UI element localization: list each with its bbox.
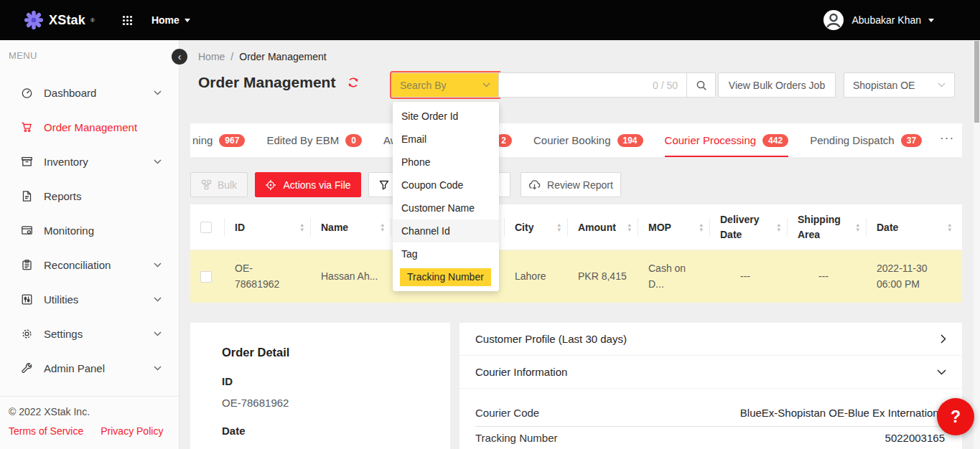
sort-icon: ▴▾: [851, 222, 859, 232]
chevron-down-icon: [938, 82, 946, 88]
review-report-button[interactable]: Review Report: [521, 172, 621, 197]
courier-code-value: BlueEx-Shopistan OE-Blue Ex Internationa: [740, 407, 945, 419]
sidebar-item-monitoring[interactable]: Monitoring: [0, 213, 179, 247]
dropdown-option-site-order-id[interactable]: Site Order Id: [393, 105, 499, 128]
dropdown-option-customer-name[interactable]: Customer Name: [393, 197, 499, 219]
breadcrumb-home[interactable]: Home: [198, 51, 225, 62]
order-detail-title: Order Detail: [222, 346, 436, 359]
chevron-down-icon: [154, 366, 162, 371]
bulk-button[interactable]: Bulk: [190, 172, 248, 197]
wrench-icon: [20, 362, 33, 374]
select-all-checkbox[interactable]: [200, 222, 212, 233]
courier-information-accordion[interactable]: Courier Information: [459, 356, 962, 389]
sort-icon: ▴▾: [623, 222, 631, 232]
cell-mop: Cash on D...: [638, 261, 710, 292]
funnel-icon: [378, 179, 390, 191]
app-grid-icon[interactable]: [122, 15, 133, 26]
row-checkbox[interactable]: [200, 271, 212, 283]
scrollbar-thumb[interactable]: [974, 41, 979, 123]
column-header-delivery-date[interactable]: Delivery Date▴▾: [710, 204, 788, 250]
sidebar: MENU Dashboard Order Management Inventor…: [0, 40, 179, 449]
nav-home-menu[interactable]: Home: [151, 14, 190, 26]
user-menu[interactable]: Abubakar Khan: [823, 9, 934, 31]
column-header-name[interactable]: Name▴▾: [311, 204, 391, 250]
cell-delivery-date: ---: [710, 269, 788, 285]
order-info-panel: Customer Profile (Last 30 days) Courier …: [459, 323, 962, 449]
chevron-down-icon: [482, 82, 490, 88]
cell-city: Lahore: [505, 269, 568, 285]
cell-date: 2022-11-30 06:00 PM: [867, 261, 958, 292]
customer-profile-accordion[interactable]: Customer Profile (Last 30 days): [459, 323, 962, 356]
view-bulk-orders-button[interactable]: View Bulk Orders Job: [718, 72, 836, 98]
gear-icon: [20, 328, 33, 340]
select-all-checkbox-cell: [190, 204, 225, 250]
breadcrumb: Home/Order Management: [198, 51, 327, 62]
courier-code-row: Courier Code BlueEx-Shopistan OE-Blue Ex…: [475, 402, 945, 427]
column-header-date[interactable]: Date▴▾: [867, 204, 958, 250]
sort-icon: ▴▾: [553, 222, 561, 232]
brand-trademark: ®: [90, 17, 95, 24]
clipboard-icon: [20, 259, 33, 271]
order-date-value: 2022-11-30 06:00 PM: [222, 446, 436, 449]
more-tabs-button[interactable]: ···: [933, 123, 962, 157]
dropdown-option-tracking-number[interactable]: Tracking Number: [393, 265, 499, 288]
chevron-down-icon: [154, 159, 162, 164]
privacy-policy-link[interactable]: Privacy Policy: [101, 425, 163, 437]
search-group: Search By 0 / 50: [391, 72, 716, 98]
column-header-mop[interactable]: MOP▴▾: [638, 204, 710, 250]
sort-icon: ▴▾: [773, 222, 780, 232]
row-checkbox-cell: [190, 271, 225, 283]
search-button[interactable]: [687, 72, 716, 98]
page-scrollbar: [974, 40, 980, 449]
dropdown-option-tag[interactable]: Tag: [393, 242, 499, 265]
sidebar-item-utilities[interactable]: Utilities: [0, 282, 179, 316]
sidebar-item-reconciliation[interactable]: Reconciliation: [0, 247, 179, 282]
cell-id: OE-78681962: [225, 261, 311, 292]
breadcrumb-current: Order Management: [239, 51, 326, 62]
actions-via-file-button[interactable]: Actions via File: [255, 172, 361, 197]
cart-icon: [20, 121, 33, 133]
sidebar-item-settings[interactable]: Settings: [0, 316, 179, 351]
sidebar-item-inventory[interactable]: Inventory: [0, 144, 179, 179]
dashboard-icon: [20, 87, 33, 99]
dropdown-option-email[interactable]: Email: [393, 128, 499, 151]
tab-running[interactable]: ning967: [192, 123, 245, 157]
back-button[interactable]: ‹: [172, 49, 187, 65]
user-name: Abubakar Khan: [851, 14, 921, 26]
dropdown-option-channel-id[interactable]: Channel Id: [393, 219, 499, 242]
xstak-logo-icon: [24, 10, 44, 30]
tab-courier-booking[interactable]: Courier Booking194: [533, 123, 643, 157]
terms-of-service-link[interactable]: Terms of Service: [9, 425, 83, 437]
brand-logo[interactable]: XStak®: [24, 10, 95, 30]
search-icon: [696, 80, 707, 91]
column-header-city[interactable]: City▴▾: [505, 204, 568, 250]
refresh-icon[interactable]: [347, 76, 360, 89]
tab-pending-dispatch[interactable]: Pending Dispatch37: [810, 123, 922, 157]
bulk-icon: [201, 179, 212, 190]
tab-count-badge: 194: [617, 134, 643, 147]
help-button[interactable]: ?: [937, 398, 974, 435]
sidebar-item-order-management[interactable]: Order Management: [0, 110, 179, 144]
sidebar-item-dashboard[interactable]: Dashboard: [0, 75, 179, 110]
dropdown-option-coupon-code[interactable]: Coupon Code: [393, 174, 499, 197]
tab-edited-by-ebm[interactable]: Edited By EBM0: [266, 123, 362, 157]
tracking-number-row: Tracking Number 5022003165: [475, 427, 945, 449]
cloud-download-icon: [528, 179, 541, 190]
column-header-id[interactable]: ID▴▾: [225, 204, 311, 250]
column-header-shipping-area[interactable]: Shipping Area▴▾: [788, 204, 867, 250]
search-input[interactable]: 0 / 50: [499, 72, 687, 98]
tab-courier-processing[interactable]: Courier Processing442: [665, 123, 789, 157]
search-by-select[interactable]: Search By: [391, 72, 499, 98]
orders-table: ID▴▾ Name▴▾ City▴▾ Amount▴▾ MOP▴▾ Delive…: [190, 204, 962, 303]
tab-count-badge: 967: [219, 134, 245, 147]
chevron-down-icon: [928, 19, 934, 22]
column-header-amount[interactable]: Amount▴▾: [568, 204, 638, 250]
dropdown-option-phone[interactable]: Phone: [393, 151, 499, 174]
store-select[interactable]: Shopistan OE: [844, 72, 955, 98]
avatar: [823, 9, 844, 31]
sidebar-item-admin-panel[interactable]: Admin Panel: [0, 351, 179, 385]
tab-count-badge: 442: [762, 134, 788, 147]
table-row[interactable]: OE-78681962 Hassan Ah... Lahore PKR 8,41…: [190, 250, 962, 303]
order-date-label: Date: [222, 425, 436, 437]
sidebar-item-reports[interactable]: Reports: [0, 179, 179, 213]
